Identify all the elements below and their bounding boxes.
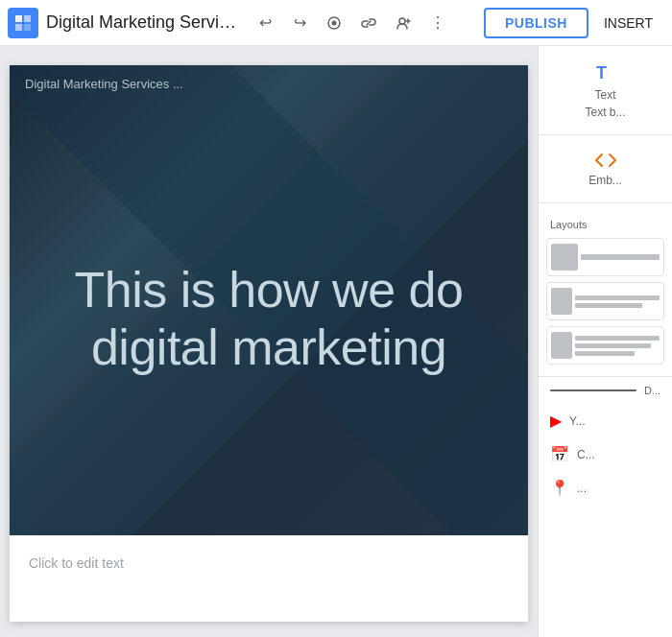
layout-3-img bbox=[551, 332, 572, 359]
sidebar-embed-section: Emb... bbox=[539, 135, 672, 203]
layout-3-line2 bbox=[575, 343, 651, 348]
layouts-title: Layouts bbox=[539, 211, 672, 234]
site-title: Digital Marketing Services ... bbox=[10, 65, 528, 103]
layout-1-img bbox=[551, 244, 578, 271]
sidebar-item-text[interactable]: T Text Text b... bbox=[539, 54, 672, 127]
embed-icon bbox=[594, 151, 617, 170]
insert-tab[interactable]: INSERT bbox=[592, 0, 664, 46]
main-content: Digital Marketing Services ... This is h… bbox=[0, 46, 672, 637]
link-button[interactable] bbox=[353, 8, 384, 38]
layout-option-1[interactable] bbox=[546, 238, 664, 276]
add-person-button[interactable] bbox=[388, 8, 419, 38]
hero-heading[interactable]: This is how we do digital marketing bbox=[10, 262, 528, 377]
page: Digital Marketing Services ... This is h… bbox=[10, 65, 528, 622]
sidebar-text-section: T Text Text b... bbox=[539, 46, 672, 135]
svg-rect-3 bbox=[24, 24, 31, 31]
youtube-icon: ▶ bbox=[550, 412, 562, 430]
layout-option-3[interactable] bbox=[546, 326, 664, 365]
sidebar-layouts-section: Layouts bbox=[539, 203, 672, 377]
divider-label: D... bbox=[644, 385, 660, 396]
edit-section[interactable]: Click to edit text bbox=[10, 535, 528, 591]
preview-button[interactable] bbox=[319, 8, 349, 38]
layout-options bbox=[539, 234, 672, 368]
toolbar-actions: ↩ ↪ ⋮ bbox=[250, 8, 453, 38]
layout-2-line1 bbox=[575, 295, 660, 300]
app-logo bbox=[8, 8, 38, 38]
hero-text-area[interactable]: This is how we do digital marketing bbox=[10, 103, 528, 535]
embed-label: Emb... bbox=[588, 174, 622, 187]
svg-point-6 bbox=[399, 18, 405, 24]
layout-2-line2 bbox=[575, 303, 642, 308]
svg-rect-2 bbox=[15, 24, 22, 31]
sidebar-item-embed[interactable]: Emb... bbox=[539, 143, 672, 195]
sidebar-embed-items: ▶ Y... 📅 C... 📍 ... bbox=[539, 404, 672, 505]
svg-rect-0 bbox=[15, 15, 22, 22]
text-sublabel: Text b... bbox=[585, 106, 625, 119]
maps-label: ... bbox=[577, 482, 587, 495]
maps-icon: 📍 bbox=[550, 479, 569, 497]
more-options-button[interactable]: ⋮ bbox=[422, 8, 453, 38]
canvas-area[interactable]: Digital Marketing Services ... This is h… bbox=[0, 46, 538, 637]
sidebar-divider-item[interactable]: D... bbox=[539, 377, 672, 404]
svg-rect-1 bbox=[24, 15, 31, 22]
edit-placeholder[interactable]: Click to edit text bbox=[29, 555, 124, 571]
sidebar-item-youtube[interactable]: ▶ Y... bbox=[539, 404, 672, 437]
document-title: Digital Marketing Service... bbox=[46, 12, 238, 33]
calendar-label: C... bbox=[577, 448, 595, 461]
sidebar-item-maps[interactable]: 📍 ... bbox=[539, 471, 672, 505]
redo-button[interactable]: ↪ bbox=[284, 8, 315, 38]
svg-point-5 bbox=[332, 20, 337, 25]
text-label: Text bbox=[594, 88, 615, 102]
hero-section[interactable]: Digital Marketing Services ... This is h… bbox=[10, 65, 528, 535]
toolbar: Digital Marketing Service... ↩ ↪ ⋮ PUBLI… bbox=[0, 0, 672, 46]
svg-text:T: T bbox=[596, 63, 607, 83]
layout-3-line3 bbox=[575, 351, 635, 356]
calendar-icon: 📅 bbox=[550, 445, 569, 463]
youtube-label: Y... bbox=[569, 414, 585, 428]
text-icon: T bbox=[594, 61, 617, 84]
undo-button[interactable]: ↩ bbox=[250, 8, 280, 38]
layout-2-img bbox=[551, 288, 572, 315]
layout-option-2[interactable] bbox=[546, 282, 664, 320]
sidebar-item-calendar[interactable]: 📅 C... bbox=[539, 437, 672, 471]
right-sidebar: T Text Text b... Emb... Layouts bbox=[538, 46, 672, 637]
divider-line bbox=[550, 389, 636, 391]
layout-1-line1 bbox=[581, 254, 660, 260]
publish-button[interactable]: PUBLISH bbox=[484, 8, 588, 38]
layout-3-line1 bbox=[575, 336, 660, 341]
